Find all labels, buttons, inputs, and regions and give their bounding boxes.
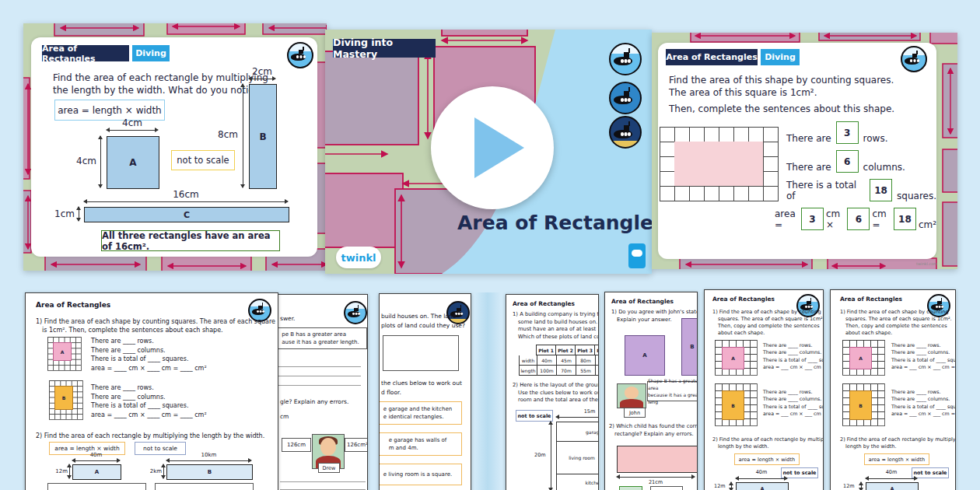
rect-a-width-label: 40m <box>866 469 917 476</box>
q1-line: must have an area of at least 3500m². <box>513 326 599 334</box>
clue-line: e identical rectangles. <box>383 413 452 421</box>
cell: Plot 3 <box>576 345 595 355</box>
text: cm × <box>826 208 845 230</box>
speech-line: Shape B has a greater area <box>648 377 698 391</box>
rect-b-height-label: 8cm <box>212 129 238 140</box>
worksheet-title: Area of Rectangles <box>36 300 110 310</box>
cell <box>519 345 536 354</box>
answer-line <box>278 376 361 376</box>
cell: 80m <box>596 366 599 376</box>
q1-line: about each shape. <box>840 330 952 337</box>
table-row-length: length 100m 70m 55m 80m <box>519 366 599 376</box>
dim-line <box>736 478 787 479</box>
dim-line <box>84 201 288 202</box>
answer-box <box>383 335 459 371</box>
worksheet-a[interactable]: Area of Rectangles 1) A building company… <box>506 294 599 490</box>
prompt-line1: Find the area of each rectangle by multi… <box>53 72 268 84</box>
slide-preview-2[interactable]: Area of Rectangles Diving Find the area … <box>652 33 957 269</box>
sentence: There are ____ columns. <box>91 346 207 355</box>
question-2: 2) Find the area of each rectangle by mu… <box>840 436 956 450</box>
question-1: 1) Find the area of each shape by counti… <box>712 309 824 337</box>
worksheet-c[interactable]: Area of Rectangles 1) Find the area of e… <box>704 289 824 490</box>
slide1-prompt: Find the area of each rectangle by multi… <box>53 72 268 96</box>
dim-line <box>166 460 251 461</box>
badge-cloud-icon <box>632 250 642 257</box>
sentence: There is a total of ____ squares. <box>91 401 207 411</box>
answer-value-box: 126cm² <box>345 438 368 452</box>
q2-line: room and the total area of the ground fl… <box>513 397 599 404</box>
cell: 80m <box>576 355 596 366</box>
worksheet-b[interactable]: Area of Rectangles 1) Do you agree with … <box>604 292 698 490</box>
prompt-line2: The area of this square is 1cm². <box>669 86 894 99</box>
sentence: There are ____ rows. <box>763 341 824 348</box>
worksheet-1[interactable]: Area of Rectangles 1) Find the area of e… <box>25 292 278 490</box>
text: cm = <box>872 208 891 230</box>
sentence: There are ____ columns. <box>891 348 956 355</box>
sentences-b: There are ____ rows. There are ____ colu… <box>763 388 824 417</box>
prompt-line2: the length by the width. What do you not… <box>53 84 268 96</box>
floor-height-label: 20m <box>534 452 546 459</box>
worksheet-d[interactable]: Area of Rectangles 1) Find the area of e… <box>830 289 956 490</box>
statement-line: ause it has a greater length. <box>282 338 359 346</box>
rect-a-height-label: 12m <box>843 483 855 490</box>
sentences-a: There are ____ rows. There are ____ colu… <box>91 337 207 373</box>
counting-grid-b: B <box>49 380 83 420</box>
shaded-shape-a: A <box>849 347 872 369</box>
q2-line: 2) Which child has found the correct are… <box>609 423 698 431</box>
cell: Plot 2 <box>556 345 576 355</box>
shaded-shape-b: B <box>849 390 872 420</box>
sentence: There are ____ rows. <box>91 383 207 393</box>
room-living: living room <box>557 441 599 474</box>
rect-a-height-label: 12m <box>52 468 68 476</box>
submarine-icon <box>901 46 927 72</box>
room-kitchen: kitchen <box>557 474 599 490</box>
child-name-label: Drew <box>318 463 340 473</box>
slide-preview-cover[interactable]: Diving into Mastery Area of Rectangles t… <box>325 30 652 274</box>
dim-line <box>163 464 164 478</box>
slide-preview-1[interactable]: Area of Rectangles Diving Find the area … <box>23 23 327 271</box>
q1-line: 1) A building company is trying to choos… <box>513 311 599 319</box>
slide3-prompt2: Then, complete the sentences about this … <box>669 103 894 114</box>
answer-box <box>650 486 683 490</box>
table-row-width: width 40m 45m 80m 40m <box>519 355 599 366</box>
statement-line: pe B has a greater area <box>282 331 359 338</box>
worksheet-3[interactable]: build houses on. The land plots of land … <box>379 293 471 490</box>
answer-box-3: 18 <box>894 208 916 230</box>
rect-a-width-label: 4cm <box>107 117 158 128</box>
cell: 100m <box>537 366 557 376</box>
rect-b-height-label: 2km <box>146 468 162 476</box>
sentence: area = ___ cm × ___ cm = ___ cm² <box>891 410 956 417</box>
shape-b: B <box>681 318 698 376</box>
not-to-scale-box: not to scale <box>516 410 553 422</box>
rect-a-height-label: 12m <box>714 483 726 490</box>
sentence: There are ____ columns. <box>91 393 207 402</box>
play-button[interactable] <box>431 86 554 209</box>
cell: 40m <box>537 355 557 366</box>
cell: 70m <box>557 366 576 376</box>
question-2: 2) Find the area of each rectangle by mu… <box>36 432 264 440</box>
conclusion-box: All three rectangles have an area of 16c… <box>101 230 280 251</box>
q1-line: 1) Do you agree with John's statement? <box>611 309 698 317</box>
submarine-icon <box>287 42 313 68</box>
text: squares. <box>897 191 936 201</box>
rect-b-width-label: 10km <box>166 452 251 460</box>
background-band <box>474 292 501 490</box>
q1-line: squares. The area of each square is 1cm²… <box>712 316 824 323</box>
text: There are <box>786 133 831 144</box>
sentence: There are ____ rows. <box>91 337 207 346</box>
worksheet-2[interactable]: swer. pe B has a greater area ause it ha… <box>278 294 368 490</box>
pink-rectangle <box>617 446 698 473</box>
sentences-a: There are ____ rows. There are ____ colu… <box>763 341 824 370</box>
shaded-shape-b: B <box>54 386 73 410</box>
rect-c-height-label: 1cm <box>50 208 75 219</box>
clue-line: e living room is a square. <box>383 471 452 478</box>
sentence: area = ____ cm × ____ cm = ____ cm² <box>91 364 207 373</box>
shaded-shape-b: B <box>722 390 744 420</box>
question-fragment: plots of land could they use? <box>381 322 465 331</box>
rectangle-a: A <box>866 482 919 490</box>
answer-thumb <box>619 486 642 490</box>
twinkl-resource-preview: { "colors":{"bg":"#d3eaf8","navy":"#1d2b… <box>0 0 980 490</box>
sentences-b: There are ____ rows. There are ____ colu… <box>891 388 956 417</box>
sentence-columns: There are 6 columns. <box>786 152 905 173</box>
dim-line <box>69 464 70 478</box>
